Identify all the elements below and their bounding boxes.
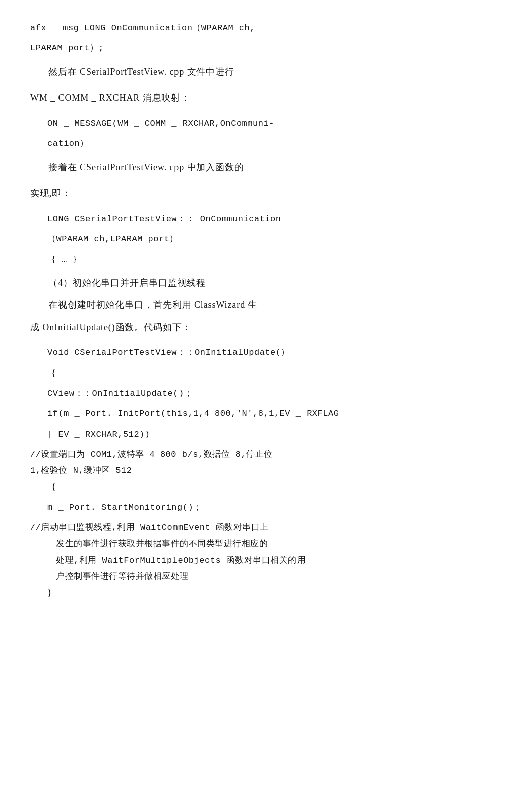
para1b-text: WM _ COMM _ RXCHAR 消息映射： — [30, 89, 502, 106]
code-afx-line2: LPARAM port）; — [30, 40, 502, 57]
code-void-3: CView：：OnInitialUpdate()； — [30, 386, 502, 402]
code-long-3: ｛ … ｝ — [30, 252, 502, 268]
comment-start-3: 处理,利用 WaitForMultipleObjects 函数对串口相关的用 — [30, 553, 502, 569]
section-on-message: ON _ MESSAGE(WM _ COMM _ RXCHAR,OnCommun… — [30, 116, 502, 152]
section-long-func: LONG CSerialPortTestView：： OnCommunicati… — [30, 211, 502, 268]
para2b-text: 实现,即： — [30, 185, 502, 202]
section-void-func: Void CSerialPortTestView：：OnInitialUpdat… — [30, 345, 502, 601]
para1-text: 然后在 CSerialPortTestView. cpp 文件中进行 — [30, 63, 502, 80]
comment-start-2: 发生的事件进行获取并根据事件的不同类型进行相应的 — [30, 536, 502, 552]
heading-class-wizard: 在视创建时初始化串口，首先利用 ClassWizard 生 — [30, 296, 502, 313]
heading-4: （4）初始化串口并开启串口监视线程 — [30, 274, 502, 291]
comment-start-1: //启动串口监视线程,利用 WaitCommEvent 函数对串口上 — [30, 520, 502, 536]
code-void-2: ｛ — [30, 365, 502, 382]
code-void-6: ｛ — [30, 479, 502, 495]
section-para1: 然后在 CSerialPortTestView. cpp 文件中进行 WM _ … — [30, 63, 502, 106]
section-para2: 接着在 CSerialPortTestView. cpp 中加入函数的 实现,即… — [30, 158, 502, 202]
code-void-4: if(m _ Port. InitPort(this,1,4 800,′N′,8… — [30, 406, 502, 422]
code-long-1: LONG CSerialPortTestView：： OnCommunicati… — [30, 211, 502, 227]
code-afx-line1: afx _ msg LONG OnCommunication（WPARAM ch… — [30, 20, 502, 36]
comment-port-2: 1,检验位 N,缓冲区 512 — [30, 463, 502, 479]
comment-start-4: 户控制事件进行等待并做相应处理 — [30, 569, 502, 585]
code-long-2: （WPARAM ch,LPARAM port） — [30, 231, 502, 247]
section-heading: （4）初始化串口并开启串口监视线程 在视创建时初始化串口，首先利用 ClassW… — [30, 274, 502, 336]
section-afx: afx _ msg LONG OnCommunication（WPARAM ch… — [30, 20, 502, 57]
code-void-5: | EV _ RXCHAR,512)) — [30, 426, 502, 443]
heading-code-intro: 成 OnInitialUpdate()函数。代码如下： — [30, 318, 502, 336]
code-void-8: ｝ — [30, 585, 502, 601]
code-on-message-1: ON _ MESSAGE(WM _ COMM _ RXCHAR,OnCommun… — [30, 116, 502, 132]
comment-port-1: //设置端口为 COM1,波特率 4 800 b/s,数据位 8,停止位 — [30, 447, 502, 463]
code-on-message-2: cation） — [30, 136, 502, 152]
code-void-7: m _ Port. StartMonitoring()； — [30, 500, 502, 516]
code-void-1: Void CSerialPortTestView：：OnInitialUpdat… — [30, 345, 502, 361]
para2-text: 接着在 CSerialPortTestView. cpp 中加入函数的 — [30, 158, 502, 176]
page-content: afx _ msg LONG OnCommunication（WPARAM ch… — [30, 20, 502, 602]
